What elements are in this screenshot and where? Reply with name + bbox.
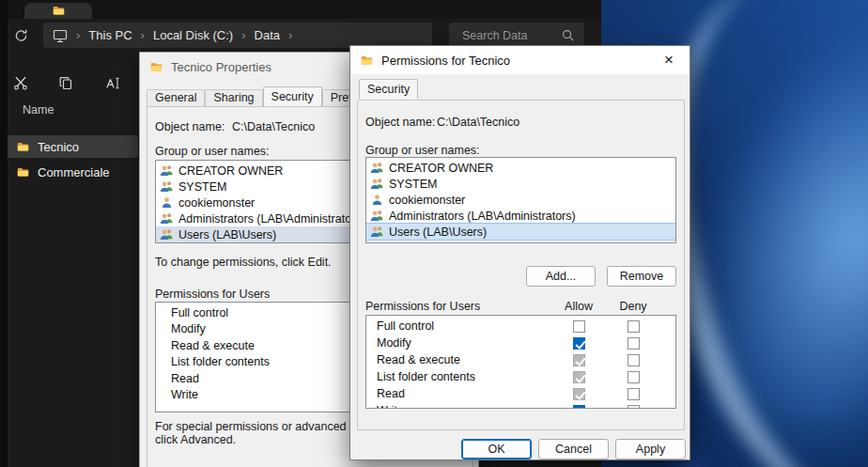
file-name: Tecnico [38,140,79,154]
group-icon [370,178,384,190]
permission-label: Write [377,404,404,409]
explorer-tab[interactable] [24,3,92,19]
group-icon [160,164,174,177]
deny-checkbox[interactable] [628,337,640,350]
chevron-right-icon: › [241,28,245,42]
group-list-item-selected[interactable]: Users (LAB\Users) [366,224,675,240]
file-name: Commerciale [38,165,110,179]
object-name-value: C:\Data\Tecnico [232,120,315,133]
allow-checkbox[interactable] [573,337,585,350]
close-icon[interactable]: × [649,47,689,73]
permission-row: Read & execute [366,352,675,369]
security-tab-page: Object name: C:\Data\Tecnico Group or us… [357,100,685,430]
group-list-item[interactable]: Administrators (LAB\Administrators) [366,208,675,224]
allow-checkbox [573,371,585,383]
desktop: › This PC › Local Disk (C:) › Data › Nam… [0,0,868,467]
group-label: cookiemonster [389,194,465,207]
rename-button[interactable] [100,70,126,96]
search-box[interactable] [449,23,584,48]
allow-checkbox[interactable] [573,320,585,333]
group-list-item[interactable]: SYSTEM [366,176,675,192]
deny-column-header: Deny [610,300,657,313]
group-listbox[interactable]: CREATOR OWNER SYSTEM cookiemonster Admin… [365,157,676,243]
deny-checkbox[interactable] [628,405,640,409]
folder-icon [52,5,66,17]
user-icon [370,194,384,206]
breadcrumb-local-disk-c[interactable]: Local Disk (C:) [153,28,233,42]
group-label: cookiemonster [178,196,255,210]
file-row-commerciale[interactable]: Commerciale [5,161,138,183]
ok-button[interactable]: OK [461,439,532,459]
deny-checkbox[interactable] [628,354,640,366]
search-icon [561,28,575,46]
add-button[interactable]: Add... [526,266,596,287]
advanced-hint-line2: click Advanced. [155,433,236,446]
group-icon [370,226,384,238]
group-label: SYSTEM [178,180,226,194]
tab-security[interactable]: Security [359,79,418,99]
permission-row: List folder contents [366,369,675,386]
permission-label: Read [377,387,405,400]
object-name-label: Object name: [365,116,435,129]
allow-checkbox[interactable] [573,405,585,409]
refresh-icon [14,28,28,43]
rename-icon [105,75,120,91]
permission-label: Full control [377,319,434,333]
folder-icon [360,54,374,67]
group-icon [370,162,384,174]
deny-checkbox[interactable] [628,320,640,333]
file-row-tecnico[interactable]: Tecnico [5,135,138,158]
permissions-for-users-label: Permissions for Users [155,288,270,301]
permission-row: Read [366,386,675,403]
chevron-right-icon: › [76,28,80,42]
group-label: CREATOR OWNER [178,164,283,178]
breadcrumb-data[interactable]: Data [255,28,280,42]
permission-row: Modify [366,335,675,352]
address-bar[interactable]: › This PC › Local Disk (C:) › Data › [43,23,432,48]
folder-icon [16,141,30,153]
permissions-for-users-label: Permissions for Users [365,300,480,313]
edit-hint: To change permissions, click Edit. [155,256,332,269]
group-label: Administrators (LAB\Administrators) [389,210,576,223]
group-icon [160,228,174,241]
refresh-button[interactable] [8,23,34,48]
permissions-listbox[interactable]: Full control Modify Read & execute List … [365,315,676,409]
tab-sharing[interactable]: Sharing [205,89,262,106]
deny-checkbox[interactable] [628,388,640,400]
group-list-label: Group or user names: [155,145,270,158]
cancel-button[interactable]: Cancel [538,439,609,459]
allow-checkbox [573,354,585,366]
remove-button[interactable]: Remove [607,266,676,287]
this-pc-icon [53,28,68,43]
group-list-item[interactable]: cookiemonster [366,192,675,208]
search-input[interactable] [460,25,556,46]
permissions-dialog: Permissions for Tecnico × Security Objec… [349,45,690,460]
explorer-tab-strip [0,0,601,19]
copy-button[interactable] [53,70,79,96]
apply-button[interactable]: Apply [615,439,686,459]
group-list-label: Group or user names: [365,144,480,157]
column-header-name[interactable]: Name [23,103,54,117]
permission-row: Full control [366,319,675,335]
copy-icon [58,75,73,91]
dialog-title: Tecnico Properties [171,60,271,74]
object-name-value: C:\Data\Tecnico [437,116,519,129]
object-name-label: Object name: [155,120,225,133]
group-list-item[interactable]: CREATOR OWNER [366,160,675,176]
cut-button[interactable] [8,70,34,96]
permission-row-clipped: Write [366,403,675,409]
tab-security[interactable]: Security [263,86,322,106]
permission-label: List folder contents [377,370,475,383]
permissions-dialog-titlebar: Permissions for Tecnico [350,46,690,74]
allow-column-header: Allow [555,300,602,313]
dialog-title: Permissions for Tecnico [381,54,510,68]
cut-icon [13,75,28,91]
folder-icon [149,61,163,73]
deny-checkbox[interactable] [628,371,640,383]
group-label: Users (LAB\Users) [178,228,276,241]
allow-checkbox [573,388,585,400]
window-edge [0,0,8,467]
tab-general[interactable]: General [147,89,205,106]
breadcrumb-this-pc[interactable]: This PC [88,28,132,42]
group-icon [370,210,384,222]
